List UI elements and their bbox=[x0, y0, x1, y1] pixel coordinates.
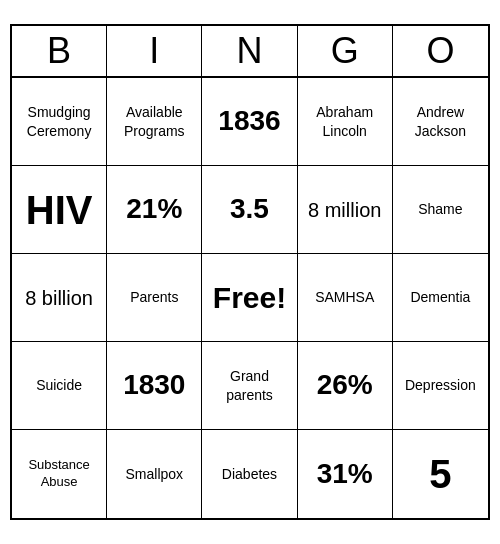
bingo-cell: Shame bbox=[393, 166, 488, 254]
bingo-cell: Smallpox bbox=[107, 430, 202, 518]
bingo-cell: Free! bbox=[202, 254, 297, 342]
bingo-cell: 26% bbox=[298, 342, 393, 430]
bingo-cell: 21% bbox=[107, 166, 202, 254]
header-letter: N bbox=[202, 26, 297, 76]
bingo-grid: Smudging CeremonyAvailable Programs1836A… bbox=[12, 78, 488, 518]
bingo-cell: Smudging Ceremony bbox=[12, 78, 107, 166]
bingo-cell: 8 billion bbox=[12, 254, 107, 342]
bingo-cell: Abraham Lincoln bbox=[298, 78, 393, 166]
bingo-cell: 1836 bbox=[202, 78, 297, 166]
bingo-header: BINGO bbox=[12, 26, 488, 78]
bingo-card: BINGO Smudging CeremonyAvailable Program… bbox=[10, 24, 490, 520]
bingo-cell: Diabetes bbox=[202, 430, 297, 518]
header-letter: I bbox=[107, 26, 202, 76]
header-letter: B bbox=[12, 26, 107, 76]
bingo-cell: Depression bbox=[393, 342, 488, 430]
bingo-cell: 1830 bbox=[107, 342, 202, 430]
header-letter: O bbox=[393, 26, 488, 76]
bingo-cell: 5 bbox=[393, 430, 488, 518]
bingo-cell: HIV bbox=[12, 166, 107, 254]
bingo-cell: 8 million bbox=[298, 166, 393, 254]
bingo-cell: Grand parents bbox=[202, 342, 297, 430]
bingo-cell: 31% bbox=[298, 430, 393, 518]
bingo-cell: Andrew Jackson bbox=[393, 78, 488, 166]
bingo-cell: Dementia bbox=[393, 254, 488, 342]
header-letter: G bbox=[298, 26, 393, 76]
bingo-cell: 3.5 bbox=[202, 166, 297, 254]
bingo-cell: Parents bbox=[107, 254, 202, 342]
bingo-cell: SAMHSA bbox=[298, 254, 393, 342]
bingo-cell: Available Programs bbox=[107, 78, 202, 166]
bingo-cell: Suicide bbox=[12, 342, 107, 430]
bingo-cell: Substance Abuse bbox=[12, 430, 107, 518]
